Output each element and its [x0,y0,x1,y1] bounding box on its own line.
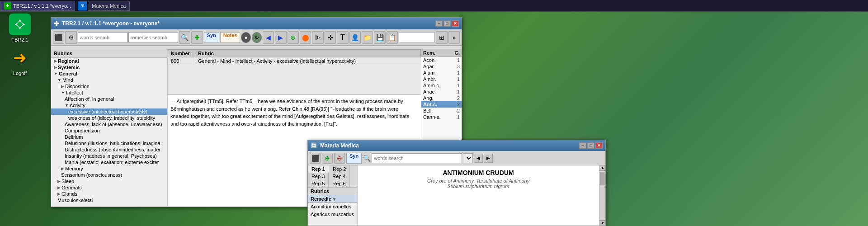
tbr-window-title: TBR2.1 / v.1.1.1 *everyone - everyone* [62,20,160,27]
search-icon[interactable]: 🔍 [179,31,190,44]
tree-item-intellect[interactable]: ▼ Intellect [51,89,167,96]
tree-item-musculoskeletal[interactable]: Musculoskeletal [51,197,167,203]
overlap-icon[interactable]: ⫸ [312,31,323,44]
people-icon[interactable]: 👤 [349,31,361,44]
taskbar-item-mm[interactable]: Materia Medica [88,1,130,11]
rep-tab-5[interactable]: Rep 5 [308,180,329,187]
rubrics-header: Rubrics [51,49,167,58]
back-icon[interactable]: ⬛ [53,31,64,44]
more-icon[interactable]: » [448,31,460,44]
logoff-desktop-icon[interactable]: ➜ Logoff [9,47,31,76]
mm-remedy-aconitum[interactable]: Aconitum napellus [308,203,357,211]
rep-tab-4[interactable]: Rep 4 [329,173,349,180]
mm-prev-button[interactable]: ◀ [474,154,483,163]
remedy-anac[interactable]: Anac. 1 [421,89,462,95]
arrow-intellect: ▼ [61,90,65,95]
tree-item-sensorium[interactable]: Sensorium (consciousness) [51,172,167,178]
col-number: Number [168,50,195,57]
syn-button[interactable]: Syn [204,32,219,43]
settings-icon[interactable]: ⚙ [65,31,76,44]
mm-export-icon[interactable]: ⬛ [310,153,321,164]
mm-syn-button[interactable]: Syn [346,153,362,164]
tree-item-weakness[interactable]: weakness of (idiocy, imbecility, stupidi… [51,115,167,121]
green-cross-icon[interactable]: ✚ [191,31,203,44]
remedy-grade-anac: 1 [453,89,460,94]
tree-item-activity[interactable]: ▼ Activity [51,102,167,108]
add-icon[interactable]: ⊕ [288,31,299,44]
arrow-memory: ▶ [61,166,64,171]
folder-icon[interactable]: 📁 [362,31,373,44]
mm-scroll-down[interactable]: ▼ [599,220,605,226]
remedy-alum[interactable]: Alum. 1 [421,70,462,76]
mm-scroll-up[interactable]: ▲ [599,165,605,171]
remedy-ang[interactable]: Ang. 2 [421,95,462,101]
rep-tab-2[interactable]: Rep 2 [329,165,350,173]
mm-remove-icon[interactable]: ⊖ [334,153,345,164]
remedy-antc[interactable]: Ant-c. 2 [421,101,462,108]
mm-scrollbar[interactable]: ▲ ▼ [599,165,605,226]
copy-icon[interactable]: 📋 [387,31,398,44]
mm-next-button[interactable]: ▶ [484,154,493,163]
tree-item-comprehension[interactable]: Comprehension [51,127,167,134]
tree-item-generals[interactable]: ▶ Generals [51,184,167,191]
scrollbar-thumb[interactable] [600,172,605,185]
rep-tab-6[interactable]: Rep 6 [329,180,349,187]
taskbar-item-tbr[interactable]: ✚ TBR2.1 / v.1.1.1 *everyo... [0,1,75,11]
mm-search-dropdown[interactable] [463,153,473,163]
restore-button[interactable]: □ [443,20,451,27]
letter-t-icon[interactable]: T [337,31,348,44]
tree-item-disposition[interactable]: ▶ Disposition [51,83,167,89]
tree-item-affection[interactable]: Affection of, in general [51,96,167,102]
mm-remedy-subtitle2: Stibium sulphuratum nigrum [361,184,595,189]
tree-item-delusions[interactable]: Delusions (illusions, hallucinations; im… [51,140,167,146]
notes-button[interactable]: Notes [220,32,241,43]
mm-remedy-list: Remedie ▼ Aconitum napellus Agaricus mus… [308,195,357,226]
remedy-acon[interactable]: Acon. 1 [421,57,462,63]
nav-forward-icon[interactable]: ▶ [275,31,286,44]
remedy-bell[interactable]: Bell. 2 [421,108,462,114]
tree-item-excessive[interactable]: excessive (intellectual hyperactivity) [51,108,167,115]
mm-window: 🔄 Materia Medica − □ ✕ ⬛ ⊕ ⊖ Syn 🔍 ◀ ▶ R… [307,140,606,226]
dark-circle-btn[interactable]: ● [241,32,251,43]
remedy-agar[interactable]: Agar. 3 [421,63,462,70]
add2-icon[interactable]: ✛ [325,31,336,44]
tree-item-systemic[interactable]: ▶ Systemic [51,64,167,71]
mm-remedy-title: ANTIMONIUM CRUDUM [361,169,595,176]
save-icon[interactable]: 💾 [374,31,385,44]
mm-restore-button[interactable]: □ [587,142,594,149]
tbr-desktop-icon[interactable]: TBR2.1 [9,14,31,42]
mm-search-input[interactable] [372,153,462,163]
rep-tab-3[interactable]: Rep 3 [308,173,329,180]
tree-item-general[interactable]: ▼ General [51,71,167,77]
tree-item-distractedness[interactable]: Distractedness (absent-mindedness, inatt… [51,146,167,153]
tree-item-mania[interactable]: Mania (ecstatic; exaltation; extreme exc… [51,159,167,165]
tree-item-awareness[interactable]: Awareness, lack of (absence, unawareness… [51,121,167,127]
tree-item-memory[interactable]: ▶ Memory [51,165,167,172]
tbr-icon-label: TBR2.1 [11,37,28,42]
table-row[interactable]: 800 General - Mind - Intellect - Activit… [168,57,421,65]
remedy-ammc[interactable]: Amm-c. 1 [421,82,462,89]
tree-item-regional[interactable]: ▶ Regional [51,58,167,64]
mm-minimize-button[interactable]: − [579,142,586,149]
remedy-canns[interactable]: Cann-s. 1 [421,114,462,120]
tree-item-sleep[interactable]: ▶ Sleep [51,178,167,184]
minimize-button[interactable]: − [435,20,443,27]
remedies-search-input[interactable] [128,32,178,43]
remedy-ambr[interactable]: Ambr. 1 [421,76,462,82]
arrow-circle-btn[interactable]: ↻ [252,32,262,43]
mm-add-icon[interactable]: ⊕ [322,153,333,164]
tree-item-delirium[interactable]: Delirium [51,134,167,140]
rep-tab-1[interactable]: Rep 1 [308,165,329,173]
words-search-input[interactable] [78,32,127,43]
mm-remedy-agaricus[interactable]: Agaricus muscarius [308,211,357,218]
grade-col-header: G. [454,50,460,56]
mm-close-button[interactable]: ✕ [595,142,603,149]
nav-back-icon[interactable]: ◀ [263,31,274,44]
orange-circle-icon[interactable]: ⬤ [300,31,311,44]
grid-icon[interactable]: ⊞ [436,31,447,44]
tree-item-mind[interactable]: ▼ Mind [51,77,167,83]
extra-input[interactable] [399,32,435,43]
tree-item-glands[interactable]: ▶ Glands [51,191,167,197]
tree-item-insanity[interactable]: Insanity (madness in general; Psychoses) [51,153,167,159]
close-button[interactable]: ✕ [452,20,459,27]
